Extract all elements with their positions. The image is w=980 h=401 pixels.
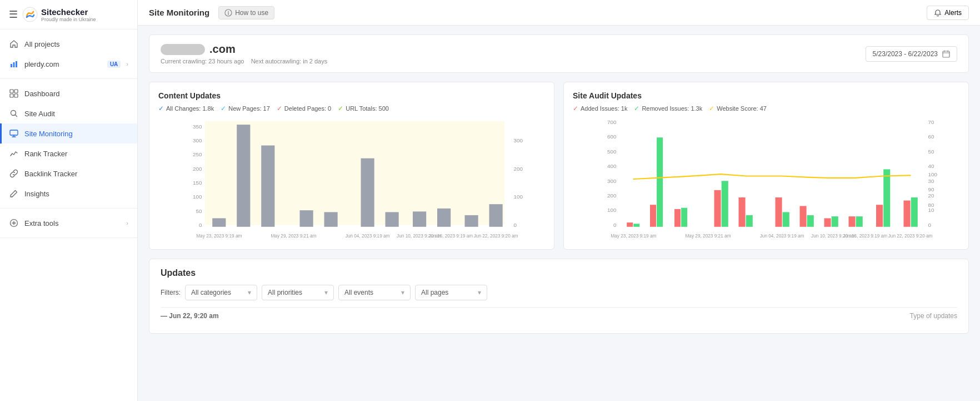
legend-label: Removed Issues: 1.3k — [642, 105, 702, 112]
content-chart-svg: 0 50 100 150 200 250 300 350 0 100 200 3… — [158, 118, 545, 240]
crawl-info: Current crawling: 23 hours ago Next auto… — [161, 58, 327, 65]
categories-filter[interactable]: All categories ▾ — [185, 285, 257, 300]
svg-text:0: 0 — [514, 222, 517, 228]
filter-label: Filters: — [161, 289, 181, 296]
svg-rect-64 — [807, 215, 814, 227]
svg-rect-71 — [904, 201, 911, 227]
svg-text:May 23, 2023 9:19 am: May 23, 2023 9:19 am — [611, 234, 656, 239]
sidebar-item-dashboard[interactable]: Dashboard — [0, 83, 137, 103]
type-of-updates-label: Type of updates — [910, 312, 957, 320]
chevron-down-icon: ▾ — [248, 289, 251, 296]
svg-rect-6 — [10, 94, 13, 97]
site-audit-chart: Site Audit Updates ✓ Added Issues: 1k ✓ … — [563, 82, 969, 250]
svg-rect-7 — [14, 94, 18, 97]
bar — [465, 215, 478, 227]
svg-rect-60 — [746, 215, 753, 227]
sidebar-item-label: Rank Tracker — [24, 150, 128, 158]
legend-added-issues: ✓ Added Issues: 1k — [573, 105, 627, 112]
events-filter[interactable]: All events ▾ — [338, 285, 411, 300]
svg-rect-59 — [739, 197, 746, 227]
date-range-text: 5/23/2023 - 6/22/2023 — [873, 50, 938, 58]
svg-text:30: 30 — [928, 178, 935, 184]
chevron-down-icon: ▾ — [401, 289, 404, 296]
logo-tagline: Proudly made in Ukraine — [41, 17, 96, 22]
svg-rect-65 — [824, 218, 831, 226]
site-audit-title: Site Audit Updates — [573, 91, 959, 100]
domain-name: .com — [161, 43, 327, 56]
topbar: Site Monitoring How to use Alerts — [138, 0, 980, 26]
logo-text: Sitechecker Proudly made in Ukraine — [41, 7, 96, 22]
sidebar-item-site-monitoring[interactable]: Site Monitoring — [0, 123, 137, 143]
site-audit-chart-area: 0 100 200 300 400 500 600 700 0 10 20 30… — [573, 118, 959, 240]
events-value: All events — [344, 289, 373, 296]
svg-text:50: 50 — [928, 148, 935, 155]
content-updates-chart-area: 0 50 100 150 200 250 300 350 0 100 200 3… — [158, 118, 545, 240]
content-updates-legend: ✓ All Changes: 1.8k ✓ New Pages: 17 ✓ De… — [158, 105, 545, 112]
logo-icon — [22, 7, 38, 22]
svg-rect-69 — [876, 205, 883, 227]
alerts-button[interactable]: Alerts — [927, 6, 969, 20]
svg-text:250: 250 — [193, 151, 202, 157]
svg-text:100: 100 — [514, 194, 523, 200]
legend-label: Deleted Pages: 0 — [284, 105, 331, 112]
svg-text:Jun 04, 2023 9:19 am: Jun 04, 2023 9:19 am — [760, 234, 804, 239]
how-to-use-button[interactable]: How to use — [218, 6, 274, 19]
content-updates-title: Content Updates — [158, 91, 545, 100]
svg-text:600: 600 — [607, 133, 617, 140]
svg-text:Jun 22, 2023 9:20 am: Jun 22, 2023 9:20 am — [888, 234, 933, 239]
svg-text:500: 500 — [607, 148, 617, 155]
svg-text:300: 300 — [193, 137, 202, 143]
score-line — [633, 174, 910, 179]
bar — [386, 212, 399, 226]
svg-rect-58 — [722, 181, 728, 227]
logo-area: Sitechecker Proudly made in Ukraine — [22, 7, 96, 22]
hamburger-icon[interactable]: ☰ — [9, 8, 18, 21]
sidebar-item-extra-tools[interactable]: Extra tools › — [0, 213, 137, 233]
svg-text:0: 0 — [928, 222, 932, 228]
sidebar-item-insights[interactable]: Insights — [0, 184, 137, 204]
bar — [237, 125, 250, 227]
svg-rect-53 — [650, 205, 656, 227]
priorities-filter[interactable]: All priorities ▾ — [262, 285, 334, 300]
svg-rect-52 — [633, 224, 639, 227]
svg-text:100: 100 — [928, 171, 938, 177]
date-range-picker[interactable]: 5/23/2023 - 6/22/2023 — [866, 46, 957, 62]
topbar-right: Alerts — [927, 6, 969, 20]
ua-badge: UA — [107, 61, 121, 68]
svg-text:200: 200 — [193, 166, 202, 172]
pages-value: All pages — [421, 289, 448, 296]
svg-text:200: 200 — [514, 166, 523, 172]
svg-text:Jun 16, 2023 9:19 am: Jun 16, 2023 9:19 am — [428, 234, 473, 239]
monitor-icon — [9, 128, 19, 138]
svg-rect-55 — [674, 209, 681, 227]
svg-rect-5 — [14, 90, 18, 93]
svg-rect-66 — [832, 216, 838, 227]
updates-title: Updates — [161, 268, 957, 278]
sidebar-item-backlink-tracker[interactable]: Backlink Tracker — [0, 164, 137, 184]
svg-rect-61 — [776, 197, 782, 227]
legend-new-pages: ✓ New Pages: 17 — [221, 105, 270, 112]
bar — [361, 159, 374, 227]
pages-filter[interactable]: All pages ▾ — [415, 285, 487, 300]
current-crawl: Current crawling: 23 hours ago — [161, 58, 244, 65]
svg-text:Jun 16, 2023 9:19 am: Jun 16, 2023 9:19 am — [843, 234, 887, 239]
chart-icon — [9, 59, 19, 69]
svg-text:80: 80 — [928, 202, 935, 208]
updates-date: — Jun 22, 9:20 am — [161, 312, 219, 320]
sidebar-header: ☰ Sitechecker Proudly made in Ukraine — [0, 0, 137, 29]
svg-rect-56 — [681, 208, 687, 227]
svg-text:200: 200 — [607, 192, 617, 199]
sidebar-item-label: Insights — [24, 190, 128, 198]
logo-name: Sitechecker — [41, 7, 96, 17]
sidebar-item-site-audit[interactable]: Site Audit — [0, 103, 137, 123]
bell-icon — [934, 9, 942, 17]
sidebar-item-plerdy[interactable]: plerdy.com UA › — [0, 54, 137, 74]
sidebar-item-rank-tracker[interactable]: Rank Tracker — [0, 143, 137, 164]
domain-blurred — [161, 44, 205, 55]
legend-all-changes: ✓ All Changes: 1.8k — [158, 105, 214, 112]
svg-text:Jun 04, 2023 9:19 am: Jun 04, 2023 9:19 am — [346, 234, 390, 239]
svg-rect-3 — [16, 61, 17, 67]
svg-rect-62 — [783, 212, 789, 226]
sidebar-item-all-projects[interactable]: All projects — [0, 34, 137, 54]
main-area: Site Monitoring How to use Alerts .com C… — [138, 0, 980, 401]
